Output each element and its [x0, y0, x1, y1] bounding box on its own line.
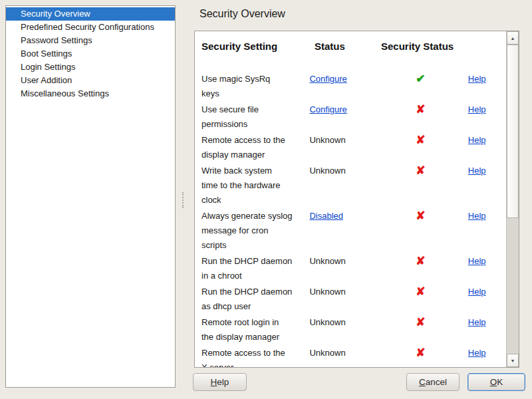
status-value: Unknown — [309, 135, 345, 145]
vertical-scrollbar[interactable]: ▲ ▼ — [506, 31, 519, 367]
status-value: Unknown — [309, 287, 345, 297]
table-header-row: Security Setting Status Security Status — [201, 41, 506, 52]
table-row: Run the DHCP daemon in a chroot Unknown … — [201, 254, 506, 283]
status-value: Unknown — [309, 256, 345, 266]
scrollbar-thumb[interactable] — [507, 45, 519, 218]
cross-icon: ✘ — [416, 209, 425, 222]
cross-icon: ✘ — [416, 255, 425, 267]
category-list: Security Overview Predefined Security Co… — [5, 5, 176, 388]
cross-icon: ✘ — [416, 285, 425, 298]
status-value: Unknown — [309, 348, 345, 358]
setting-label: Use secure file permissions — [201, 102, 309, 132]
help-link[interactable]: Help — [468, 74, 486, 84]
cross-icon: ✘ — [416, 316, 425, 329]
help-link[interactable]: Help — [468, 287, 486, 297]
status-configure-link[interactable]: Configure — [309, 104, 346, 114]
help-link[interactable]: Help — [468, 135, 486, 145]
help-button[interactable]: Help — [193, 373, 247, 391]
sidebar-item-security-overview[interactable]: Security Overview — [6, 7, 175, 21]
setting-label: Remote access to the X server — [201, 346, 309, 367]
help-link[interactable]: Help — [468, 166, 486, 176]
sidebar-item-predefined-security-configurations[interactable]: Predefined Security Configurations — [6, 21, 175, 34]
status-configure-link[interactable]: Configure — [309, 74, 346, 84]
ok-button-mnemonic: O — [490, 377, 497, 387]
sidebar-item-user-addition[interactable]: User Addition — [6, 74, 175, 87]
setting-label: Remote root login in the display manager — [201, 315, 309, 344]
table-row: Use magic SysRq keys Configure ✔ Help — [201, 72, 506, 101]
setting-label: Use magic SysRq keys — [201, 72, 309, 101]
cross-icon: ✘ — [416, 164, 425, 177]
setting-label: Always generate syslog message for cron … — [201, 209, 309, 253]
pane-splitter-handle[interactable] — [182, 192, 184, 208]
sidebar-item-login-settings[interactable]: Login Settings — [6, 61, 175, 74]
cancel-button-mnemonic: C — [419, 377, 426, 387]
table-row: Run the DHCP daemon as dhcp user Unknown… — [201, 285, 506, 314]
cross-icon: ✘ — [416, 103, 425, 116]
scroll-down-icon[interactable]: ▼ — [507, 354, 519, 367]
help-link[interactable]: Help — [468, 211, 486, 221]
help-button-label: elp — [217, 377, 229, 387]
setting-label: Write back system time to the hardware c… — [201, 164, 309, 207]
table-rows: Use magic SysRq keys Configure ✔ Help Us… — [201, 72, 506, 367]
page-title: Security Overview — [200, 8, 285, 20]
help-link[interactable]: Help — [468, 317, 486, 327]
security-overview-table: Security Setting Status Security Status … — [194, 31, 519, 368]
ok-button-label: K — [497, 377, 503, 387]
column-header-status: Status — [315, 41, 381, 52]
cross-icon: ✘ — [416, 346, 425, 359]
table-row: Remote access to the display manager Unk… — [201, 133, 506, 162]
column-header-security-setting: Security Setting — [201, 41, 315, 52]
table-row: Remote root login in the display manager… — [201, 315, 506, 344]
status-value: Unknown — [309, 317, 345, 327]
sidebar-item-boot-settings[interactable]: Boot Settings — [6, 47, 175, 61]
setting-label: Run the DHCP daemon in a chroot — [201, 254, 309, 283]
cross-icon: ✘ — [416, 134, 425, 146]
scroll-up-icon[interactable]: ▲ — [507, 31, 519, 45]
help-link[interactable]: Help — [468, 104, 486, 114]
setting-label: Run the DHCP daemon as dhcp user — [201, 285, 309, 314]
table-row: Write back system time to the hardware c… — [201, 164, 506, 207]
status-value: Unknown — [309, 166, 345, 176]
ok-button[interactable]: OK — [467, 373, 525, 391]
cancel-button[interactable]: Cancel — [406, 373, 460, 391]
column-header-security-status: Security Status — [381, 41, 481, 52]
cancel-button-label: ancel — [426, 377, 447, 387]
help-link[interactable]: Help — [468, 256, 486, 266]
table-content: Security Setting Status Security Status … — [195, 31, 506, 367]
sidebar-item-password-settings[interactable]: Password Settings — [6, 34, 175, 47]
help-button-mnemonic: H — [211, 377, 217, 387]
setting-label: Remote access to the display manager — [201, 133, 309, 162]
status-disabled-link[interactable]: Disabled — [309, 211, 343, 221]
table-row: Remote access to the X server Unknown ✘ … — [201, 346, 506, 367]
table-row: Always generate syslog message for cron … — [201, 209, 506, 253]
help-link[interactable]: Help — [468, 348, 486, 358]
check-icon: ✔ — [416, 72, 425, 85]
sidebar-item-miscellaneous-settings[interactable]: Miscellaneous Settings — [6, 87, 175, 100]
table-row: Use secure file permissions Configure ✘ … — [201, 102, 506, 132]
